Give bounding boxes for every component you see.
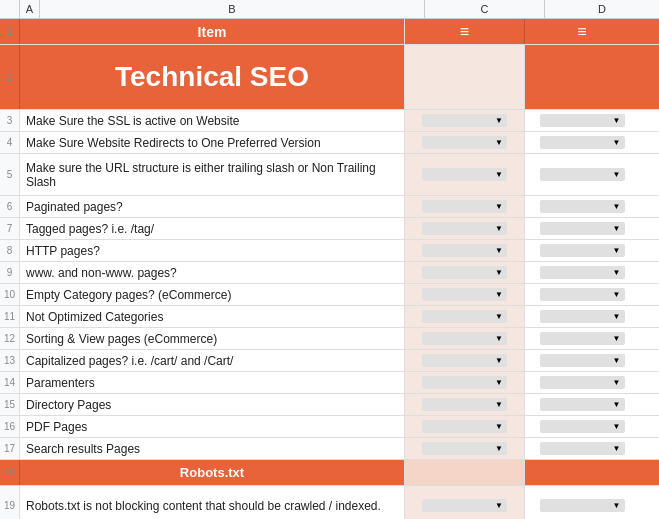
data-row-3: 5 Make sure the URL structure is either … bbox=[0, 154, 659, 196]
row-12-c[interactable]: ▼ bbox=[405, 372, 525, 393]
dropdown-2-d[interactable]: ▼ bbox=[540, 136, 625, 149]
row-16-text: Robots.txt is not blocking content that … bbox=[20, 486, 405, 519]
row-11-c[interactable]: ▼ bbox=[405, 350, 525, 371]
technical-seo-title: Technical SEO bbox=[115, 61, 309, 93]
dropdown-12-d[interactable]: ▼ bbox=[540, 376, 625, 389]
dropdown-16-d[interactable]: ▼ bbox=[540, 499, 625, 512]
data-row-11: 13 Capitalized pages? i.e. /cart/ and /C… bbox=[0, 350, 659, 372]
dropdown-11-c[interactable]: ▼ bbox=[422, 354, 507, 367]
row-12-d[interactable]: ▼ bbox=[525, 372, 639, 393]
row-num-5: 7 bbox=[0, 218, 20, 239]
col-letter-a: A bbox=[20, 0, 40, 18]
row-9-c[interactable]: ▼ bbox=[405, 306, 525, 327]
row-16-c[interactable]: ▼ bbox=[405, 486, 525, 519]
header-row: 1 Item ≡ ≡ bbox=[0, 19, 659, 45]
dropdown-8-c[interactable]: ▼ bbox=[422, 288, 507, 301]
dropdown-11-d[interactable]: ▼ bbox=[540, 354, 625, 367]
header-c-cell[interactable]: ≡ bbox=[405, 19, 525, 44]
row-2-d[interactable]: ▼ bbox=[525, 132, 639, 153]
data-row-10: 12 Sorting & View pages (eCommerce) ▼ ▼ bbox=[0, 328, 659, 350]
dropdown-13-c[interactable]: ▼ bbox=[422, 398, 507, 411]
dropdown-4-d[interactable]: ▼ bbox=[540, 200, 625, 213]
dropdown-9-d[interactable]: ▼ bbox=[540, 310, 625, 323]
dropdown-15-d[interactable]: ▼ bbox=[540, 442, 625, 455]
dropdown-3-d[interactable]: ▼ bbox=[540, 168, 625, 181]
title-cell: Technical SEO bbox=[20, 45, 405, 109]
row-8-text: Empty Category pages? (eCommerce) bbox=[20, 284, 405, 305]
dropdown-6-d[interactable]: ▼ bbox=[540, 244, 625, 257]
header-item-cell: Item bbox=[20, 19, 405, 44]
dropdown-1-d[interactable]: ▼ bbox=[540, 114, 625, 127]
data-row-15: 17 Search results Pages ▼ ▼ bbox=[0, 438, 659, 460]
row-13-text: Directory Pages bbox=[20, 394, 405, 415]
row-1-d[interactable]: ▼ bbox=[525, 110, 639, 131]
header-d-cell[interactable]: ≡ bbox=[525, 19, 639, 44]
section2-header-c bbox=[405, 460, 525, 485]
row-13-d[interactable]: ▼ bbox=[525, 394, 639, 415]
row-15-text: Search results Pages bbox=[20, 438, 405, 459]
row-5-text: Tagged pages? i.e. /tag/ bbox=[20, 218, 405, 239]
row-8-d[interactable]: ▼ bbox=[525, 284, 639, 305]
col-letter-c: C bbox=[425, 0, 545, 18]
row-7-c[interactable]: ▼ bbox=[405, 262, 525, 283]
title-row-num: 2 bbox=[0, 45, 20, 109]
row-num-2: 4 bbox=[0, 132, 20, 153]
row-num-4: 6 bbox=[0, 196, 20, 217]
row-15-c[interactable]: ▼ bbox=[405, 438, 525, 459]
dropdown-7-d[interactable]: ▼ bbox=[540, 266, 625, 279]
row-11-d[interactable]: ▼ bbox=[525, 350, 639, 371]
dropdown-5-c[interactable]: ▼ bbox=[422, 222, 507, 235]
row-6-d[interactable]: ▼ bbox=[525, 240, 639, 261]
dropdown-5-d[interactable]: ▼ bbox=[540, 222, 625, 235]
dropdown-14-d[interactable]: ▼ bbox=[540, 420, 625, 433]
dropdown-7-c[interactable]: ▼ bbox=[422, 266, 507, 279]
row-num-1: 3 bbox=[0, 110, 20, 131]
dropdown-10-d[interactable]: ▼ bbox=[540, 332, 625, 345]
row-4-d[interactable]: ▼ bbox=[525, 196, 639, 217]
row-10-c[interactable]: ▼ bbox=[405, 328, 525, 349]
row-3-c[interactable]: ▼ bbox=[405, 154, 525, 195]
row-6-c[interactable]: ▼ bbox=[405, 240, 525, 261]
row-num-11: 13 bbox=[0, 350, 20, 371]
dropdown-16-c[interactable]: ▼ bbox=[422, 499, 507, 512]
row-num-9: 11 bbox=[0, 306, 20, 327]
dropdown-2-c[interactable]: ▼ bbox=[422, 136, 507, 149]
data-row-12: 14 Paramenters ▼ ▼ bbox=[0, 372, 659, 394]
data-row-14: 16 PDF Pages ▼ ▼ bbox=[0, 416, 659, 438]
data-row-6: 8 HTTP pages? ▼ ▼ bbox=[0, 240, 659, 262]
row-4-c[interactable]: ▼ bbox=[405, 196, 525, 217]
row-num-14: 16 bbox=[0, 416, 20, 437]
row-14-c[interactable]: ▼ bbox=[405, 416, 525, 437]
data-row-5: 7 Tagged pages? i.e. /tag/ ▼ ▼ bbox=[0, 218, 659, 240]
row-5-c[interactable]: ▼ bbox=[405, 218, 525, 239]
dropdown-3-c[interactable]: ▼ bbox=[422, 168, 507, 181]
robots-txt-label: Robots.txt bbox=[180, 465, 244, 480]
dropdown-8-d[interactable]: ▼ bbox=[540, 288, 625, 301]
row-8-c[interactable]: ▼ bbox=[405, 284, 525, 305]
dropdown-15-c[interactable]: ▼ bbox=[422, 442, 507, 455]
row-9-d[interactable]: ▼ bbox=[525, 306, 639, 327]
row-3-d[interactable]: ▼ bbox=[525, 154, 639, 195]
row-5-d[interactable]: ▼ bbox=[525, 218, 639, 239]
row-num-6: 8 bbox=[0, 240, 20, 261]
row-14-d[interactable]: ▼ bbox=[525, 416, 639, 437]
col-letter-d: D bbox=[545, 0, 659, 18]
row-7-d[interactable]: ▼ bbox=[525, 262, 639, 283]
row-10-d[interactable]: ▼ bbox=[525, 328, 639, 349]
dropdown-9-c[interactable]: ▼ bbox=[422, 310, 507, 323]
data-row-8: 10 Empty Category pages? (eCommerce) ▼ ▼ bbox=[0, 284, 659, 306]
row-12-text: Paramenters bbox=[20, 372, 405, 393]
dropdown-1-c[interactable]: ▼ bbox=[422, 114, 507, 127]
row-16-d[interactable]: ▼ bbox=[525, 486, 639, 519]
row-2-c[interactable]: ▼ bbox=[405, 132, 525, 153]
row-num-15: 17 bbox=[0, 438, 20, 459]
dropdown-14-c[interactable]: ▼ bbox=[422, 420, 507, 433]
dropdown-4-c[interactable]: ▼ bbox=[422, 200, 507, 213]
dropdown-10-c[interactable]: ▼ bbox=[422, 332, 507, 345]
dropdown-6-c[interactable]: ▼ bbox=[422, 244, 507, 257]
row-15-d[interactable]: ▼ bbox=[525, 438, 639, 459]
dropdown-12-c[interactable]: ▼ bbox=[422, 376, 507, 389]
dropdown-13-d[interactable]: ▼ bbox=[540, 398, 625, 411]
row-13-c[interactable]: ▼ bbox=[405, 394, 525, 415]
row-1-c[interactable]: ▼ bbox=[405, 110, 525, 131]
